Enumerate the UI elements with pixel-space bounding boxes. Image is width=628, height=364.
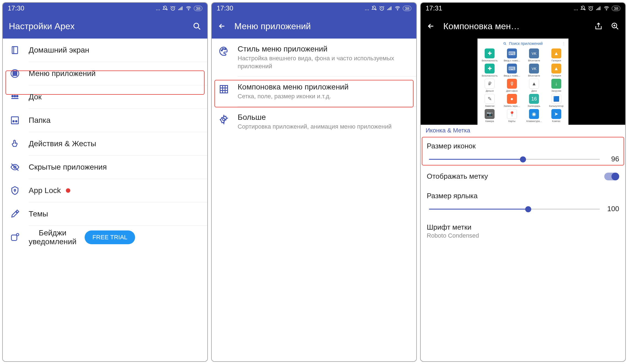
- menu-list: Стиль меню приложений Настройка внешнего…: [212, 39, 416, 361]
- label-size-value: 100: [605, 205, 619, 213]
- svg-rect-21: [11, 117, 18, 124]
- preview-app: VKВКонтакте: [524, 64, 545, 77]
- zoom-in-icon[interactable]: [611, 22, 619, 30]
- item-more[interactable]: Больше Сортировка приложений, анимация м…: [212, 107, 416, 137]
- item-app-lock[interactable]: App Lock: [3, 179, 207, 202]
- screen-3: 17:31 ... 38 Компоновка мен… Поиск прило…: [420, 2, 626, 362]
- app-label: Заметки: [485, 105, 494, 107]
- bell-mute-icon: [580, 6, 586, 11]
- svg-rect-29: [387, 9, 388, 10]
- item-hidden-apps[interactable]: Скрытые приложения: [3, 156, 207, 179]
- back-icon[interactable]: [218, 22, 226, 30]
- app-menu-icon: [9, 68, 20, 79]
- item-home-screen[interactable]: Домашний экран: [3, 39, 207, 62]
- item-themes[interactable]: Темы: [3, 202, 207, 226]
- item-badges-cutoff[interactable]: Бейджи уведомлений FREE TRIAL: [3, 226, 207, 246]
- svg-point-18: [12, 96, 13, 97]
- svg-rect-7: [12, 47, 18, 54]
- preview-app: ✚Безопасность: [479, 48, 500, 62]
- app-label: Галерея: [551, 74, 561, 77]
- item-folder[interactable]: Папка: [3, 109, 207, 132]
- icon-size-slider[interactable]: [429, 156, 600, 162]
- dots-icon: ...: [156, 5, 160, 12]
- show-label-row[interactable]: Отображать метку: [421, 166, 625, 187]
- item-style[interactable]: Стиль меню приложений Настройка внешнего…: [212, 39, 416, 76]
- more-icon: ⋮: [562, 41, 566, 46]
- dots-icon: ...: [365, 5, 369, 12]
- app-icon: ◉: [529, 109, 539, 119]
- app-icon: ➤: [551, 109, 561, 119]
- item-label: Домашний экран: [29, 46, 89, 55]
- item-layout[interactable]: Компоновка меню приложений Сетка, поле, …: [212, 77, 416, 107]
- section-header: Иконка & Метка: [421, 125, 625, 137]
- app-icon: ⌨: [507, 48, 517, 58]
- svg-rect-41: [597, 8, 598, 10]
- svg-point-36: [224, 48, 226, 50]
- svg-point-15: [13, 75, 14, 76]
- app-icon: ✎: [485, 94, 495, 104]
- screen-2: 17:30 ... 38 Меню приложений Стиль меню …: [211, 2, 417, 362]
- svg-point-35: [222, 48, 224, 50]
- label-size-slider[interactable]: [429, 206, 600, 212]
- dots-icon: ...: [574, 5, 578, 12]
- item-app-menu[interactable]: Меню приложений: [3, 62, 207, 85]
- app-icon: ▲: [529, 79, 539, 89]
- svg-point-27: [17, 233, 19, 236]
- icon-size-label: Размер иконок: [427, 142, 619, 150]
- app-icon: VK: [529, 64, 539, 74]
- page-title: Меню приложений: [234, 21, 410, 31]
- statusbar: 17:30 ... 38: [212, 3, 416, 14]
- preview-app: ⌨Ввод с помо...: [501, 64, 523, 77]
- home-screen-icon: [9, 45, 20, 56]
- signal-icon: [178, 6, 183, 11]
- svg-point-16: [14, 75, 15, 76]
- preview-app: ⌨Ввод с помо...: [501, 48, 523, 62]
- search-icon[interactable]: [192, 22, 201, 31]
- preview-app: ✚Безопасность: [479, 64, 500, 77]
- app-icon: ▲: [551, 48, 561, 58]
- notification-dot: [66, 188, 70, 193]
- share-icon[interactable]: [594, 22, 603, 30]
- app-label: Ввод с помо...: [504, 74, 520, 77]
- free-trial-badge[interactable]: FREE TRIAL: [85, 230, 135, 244]
- preview-app: ↓Загрузки: [546, 79, 567, 92]
- preview-app: ➤Компас: [546, 109, 567, 123]
- preview-app: ₽Деньги: [479, 79, 500, 92]
- signal-icon: [387, 6, 392, 11]
- preview-app: ▲Галерея: [546, 64, 567, 77]
- wifi-icon: [603, 6, 610, 11]
- svg-rect-3: [181, 7, 181, 10]
- app-label: Калькулятор: [549, 105, 563, 107]
- icon-size-value: 96: [605, 155, 619, 163]
- svg-point-6: [194, 23, 198, 28]
- appbar: Настройки Apex: [3, 14, 207, 39]
- item-subtitle: Настройка внешнего вида, фона и часто ис…: [238, 55, 410, 70]
- settings-list: Домашний экран Меню приложений Док Папка: [3, 39, 207, 361]
- item-subtitle: Сортировка приложений, анимация меню при…: [238, 123, 410, 131]
- svg-rect-40: [596, 9, 597, 10]
- page-title: Компоновка мен…: [443, 21, 586, 31]
- app-label: Карты: [508, 120, 516, 123]
- svg-rect-30: [388, 8, 389, 10]
- appbar: Компоновка мен…: [421, 14, 625, 39]
- alarm-icon: [379, 6, 385, 11]
- back-icon[interactable]: [427, 22, 435, 30]
- icon-size-row[interactable]: Размер иконок: [421, 137, 625, 153]
- svg-point-10: [14, 71, 15, 72]
- app-icon: VK: [529, 48, 539, 58]
- app-icon: 🎙: [507, 79, 517, 89]
- item-title: Компоновка меню приложений: [238, 83, 410, 91]
- app-icon: ●: [507, 94, 517, 104]
- label-size-row[interactable]: Размер ярлыка: [421, 187, 625, 203]
- appbar: Меню приложений: [212, 14, 416, 39]
- app-label: Ввод с помо...: [504, 59, 520, 62]
- show-label-toggle[interactable]: [604, 173, 619, 180]
- font-row[interactable]: Шрифт метки Roboto Condensed: [421, 216, 625, 242]
- item-gestures[interactable]: Действия & Жесты: [3, 132, 207, 155]
- svg-rect-2: [179, 8, 180, 10]
- svg-point-25: [14, 189, 16, 191]
- app-icon: ✚: [485, 64, 495, 74]
- item-dock[interactable]: Док: [3, 85, 207, 108]
- app-icon: ⌨: [507, 64, 517, 74]
- svg-rect-4: [182, 6, 183, 10]
